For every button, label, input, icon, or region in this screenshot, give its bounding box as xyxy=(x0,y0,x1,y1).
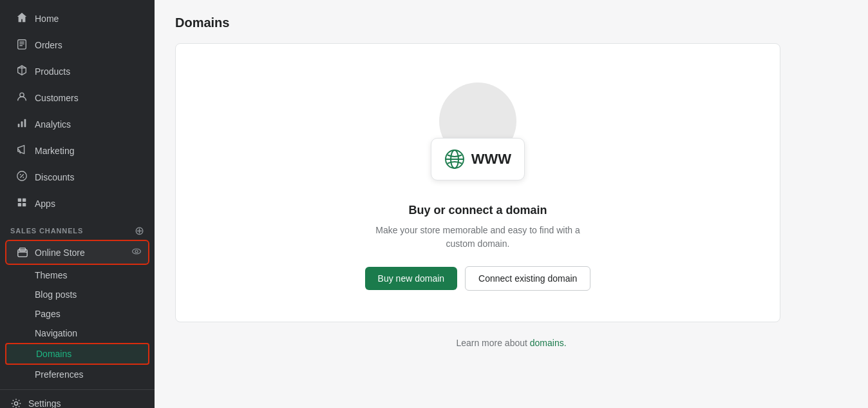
analytics-icon xyxy=(15,117,28,131)
settings-icon xyxy=(10,398,22,408)
sidebar-item-preferences[interactable]: Preferences xyxy=(5,365,149,384)
sidebar-item-domains[interactable]: Domains xyxy=(5,343,149,365)
sidebar-item-orders-label: Orders xyxy=(35,40,62,50)
add-sales-channel-button[interactable]: ⊕ xyxy=(135,225,144,237)
svg-rect-8 xyxy=(21,121,23,127)
svg-rect-15 xyxy=(23,199,26,202)
svg-point-13 xyxy=(23,177,24,178)
sidebar-item-themes-label: Themes xyxy=(35,270,68,280)
domains-link[interactable]: domains. xyxy=(530,338,567,348)
svg-point-23 xyxy=(14,402,17,405)
sidebar-item-discounts-label: Discounts xyxy=(35,172,74,182)
domains-heading: Buy or connect a domain xyxy=(408,204,547,217)
sidebar-item-blog-posts-label: Blog posts xyxy=(35,289,77,300)
home-icon xyxy=(15,12,28,26)
page-title: Domains xyxy=(175,15,847,30)
discounts-icon xyxy=(15,170,28,184)
online-store-left: Online Store xyxy=(17,247,85,258)
svg-rect-17 xyxy=(23,203,26,206)
online-store-label: Online Store xyxy=(35,248,85,258)
sidebar-item-marketing[interactable]: Marketing xyxy=(5,138,149,164)
sidebar-item-apps[interactable]: Apps xyxy=(5,191,149,217)
domains-card: WWW Buy or connect a domain Make your st… xyxy=(175,43,780,322)
sidebar-item-products[interactable]: Products xyxy=(5,59,149,84)
domains-description: Make your store memorable and easy to fi… xyxy=(362,224,594,251)
marketing-icon xyxy=(15,144,28,158)
sidebar-item-settings[interactable]: Settings xyxy=(0,389,155,408)
customers-icon xyxy=(15,91,28,105)
sidebar-item-customers[interactable]: Customers xyxy=(5,85,149,111)
products-icon xyxy=(15,64,28,79)
www-card: WWW xyxy=(431,138,525,180)
svg-rect-7 xyxy=(18,124,20,127)
svg-rect-16 xyxy=(18,203,21,206)
sidebar-item-pages[interactable]: Pages xyxy=(5,304,149,324)
sales-channels-header: SALES CHANNELS ⊕ xyxy=(0,217,155,239)
sidebar-item-themes[interactable]: Themes xyxy=(5,266,149,285)
learn-more-text: Learn more about domains. xyxy=(175,338,847,348)
sidebar-item-preferences-label: Preferences xyxy=(35,369,83,380)
sidebar-item-online-store[interactable]: Online Store xyxy=(5,240,149,265)
eye-icon[interactable] xyxy=(131,246,142,258)
sidebar-item-apps-label: Apps xyxy=(35,199,55,209)
sidebar: Home Orders Pro xyxy=(0,0,155,408)
sidebar-item-home[interactable]: Home xyxy=(5,6,149,32)
sidebar-item-navigation[interactable]: Navigation xyxy=(5,324,149,343)
sidebar-item-marketing-label: Marketing xyxy=(35,146,74,156)
svg-rect-0 xyxy=(18,40,26,49)
sidebar-item-discounts[interactable]: Discounts xyxy=(5,164,149,190)
sidebar-item-navigation-label: Navigation xyxy=(35,328,77,338)
sidebar-item-blog-posts[interactable]: Blog posts xyxy=(5,285,149,304)
svg-point-22 xyxy=(135,250,138,253)
www-illustration: WWW xyxy=(420,83,536,186)
sidebar-item-products-label: Products xyxy=(35,66,70,77)
svg-rect-14 xyxy=(18,199,21,202)
buy-new-domain-button[interactable]: Buy new domain xyxy=(365,267,458,290)
sidebar-item-customers-label: Customers xyxy=(35,93,79,103)
svg-rect-9 xyxy=(24,119,26,128)
orders-icon xyxy=(15,38,28,52)
settings-label: Settings xyxy=(28,398,61,408)
sidebar-item-domains-label: Domains xyxy=(36,349,71,359)
main-content: Domains WWW Buy or connect a domain Make… xyxy=(155,0,868,408)
sidebar-nav: Home Orders Pro xyxy=(0,0,155,389)
connect-existing-domain-button[interactable]: Connect existing domain xyxy=(465,266,590,291)
sidebar-item-analytics-label: Analytics xyxy=(35,119,71,130)
action-buttons: Buy new domain Connect existing domain xyxy=(365,266,591,291)
apps-icon xyxy=(15,197,28,211)
sidebar-item-home-label: Home xyxy=(35,14,59,24)
sidebar-item-orders[interactable]: Orders xyxy=(5,32,149,58)
online-store-icon xyxy=(17,247,28,258)
svg-point-12 xyxy=(20,174,21,175)
svg-point-21 xyxy=(133,249,141,254)
sidebar-item-pages-label: Pages xyxy=(35,309,61,319)
sidebar-item-analytics[interactable]: Analytics xyxy=(5,112,149,137)
www-text: WWW xyxy=(471,151,511,168)
sales-channels-label: SALES CHANNELS xyxy=(10,227,83,235)
globe-icon xyxy=(444,149,465,170)
